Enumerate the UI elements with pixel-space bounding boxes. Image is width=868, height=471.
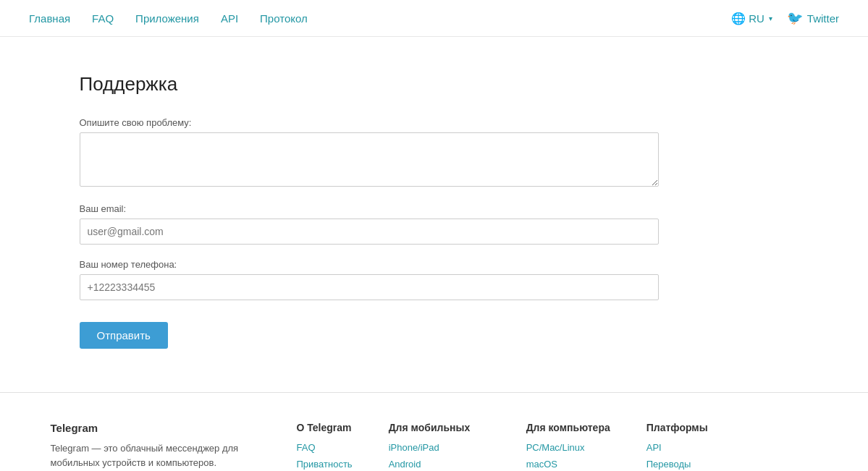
problem-textarea[interactable] (80, 132, 659, 187)
email-group: Ваш email: (80, 203, 789, 245)
main-nav: Главная FAQ Приложения API Протокол (29, 12, 308, 25)
language-label: RU (749, 12, 764, 25)
twitter-link[interactable]: 🐦 Twitter (787, 10, 839, 26)
email-input[interactable] (80, 218, 659, 245)
footer-link-privacy[interactable]: Приватность (297, 459, 353, 470)
problem-group: Опишите свою проблему: (80, 117, 789, 189)
nav-apps[interactable]: Приложения (135, 12, 199, 25)
problem-label: Опишите свою проблему: (80, 117, 789, 128)
twitter-icon: 🐦 (787, 10, 803, 26)
nav-api[interactable]: API (221, 12, 238, 25)
footer-columns: О Telegram FAQ Приватность Для СМИ Для м… (297, 422, 818, 471)
phone-group: Ваш номер телефона: (80, 259, 789, 300)
footer-col-desktop-heading: Для компьютера (526, 422, 610, 433)
nav-faq[interactable]: FAQ (92, 12, 114, 25)
footer-col-about-heading: О Telegram (297, 422, 353, 433)
email-label: Ваш email: (80, 203, 789, 214)
nav-protocol[interactable]: Протокол (260, 12, 308, 25)
footer-link-faq[interactable]: FAQ (297, 442, 353, 453)
nav-home[interactable]: Главная (29, 12, 70, 25)
footer-link-macos[interactable]: macOS (526, 459, 610, 470)
footer-brand-desc: Telegram — это облачный мессенджер для м… (51, 441, 253, 471)
twitter-label: Twitter (807, 12, 839, 25)
phone-input[interactable] (80, 274, 659, 300)
footer-col-about: О Telegram FAQ Приватность Для СМИ (297, 422, 353, 471)
footer-link-iphone[interactable]: iPhone/iPad (389, 442, 490, 453)
footer-link-api[interactable]: API (646, 442, 708, 453)
footer-brand: Telegram Telegram — это облачный мессенд… (51, 422, 253, 471)
footer-link-pc[interactable]: PC/Mac/Linux (526, 442, 610, 453)
footer-link-translations[interactable]: Переводы (646, 459, 708, 470)
footer-col-mobile-heading: Для мобильных (389, 422, 490, 433)
header: Главная FAQ Приложения API Протокол 🌐 RU… (0, 0, 868, 37)
page-title: Поддержка (80, 73, 789, 96)
language-switcher[interactable]: 🌐 RU ▾ (731, 12, 772, 25)
footer: Telegram Telegram — это облачный мессенд… (0, 392, 868, 471)
footer-col-mobile: Для мобильных iPhone/iPad Android Мобиль… (389, 422, 490, 471)
header-right: 🌐 RU ▾ 🐦 Twitter (731, 10, 839, 26)
main-content: Поддержка Опишите свою проблему: Ваш ema… (51, 37, 818, 392)
footer-link-android[interactable]: Android (389, 459, 490, 470)
footer-col-platforms: Платформы API Переводы Instant View (646, 422, 708, 471)
footer-col-desktop: Для компьютера PC/Mac/Linux macOS Веб-ве… (526, 422, 610, 471)
footer-col-platforms-heading: Платформы (646, 422, 708, 433)
chevron-down-icon: ▾ (769, 14, 772, 22)
globe-icon: 🌐 (731, 12, 746, 25)
footer-brand-name: Telegram (51, 422, 253, 434)
phone-label: Ваш номер телефона: (80, 259, 789, 270)
footer-inner: Telegram Telegram — это облачный мессенд… (51, 422, 818, 471)
submit-button[interactable]: Отправить (80, 322, 168, 349)
